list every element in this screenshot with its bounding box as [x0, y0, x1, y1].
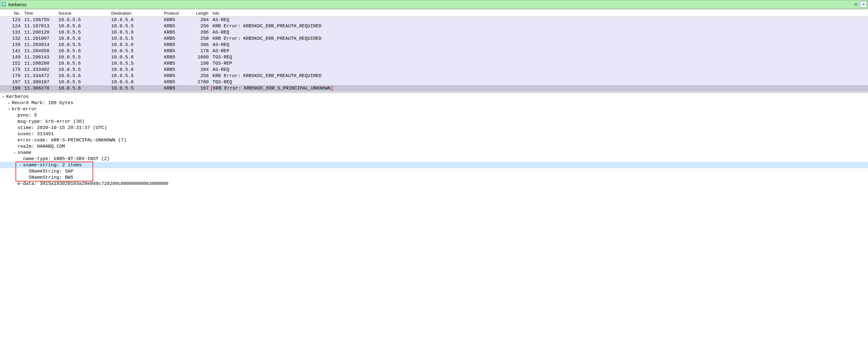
tree-node-realm[interactable]: realm: HANABQ.COM [0, 143, 868, 150]
cell-info: AS-REQ [211, 30, 868, 35]
cell-protocol: KRB5 [162, 67, 193, 72]
cell-destination: 10.0.5.6 [110, 30, 162, 35]
cell-protocol: KRB5 [162, 55, 193, 60]
cell-no: 139 [1, 42, 22, 48]
cell-destination: 10.0.5.6 [110, 55, 162, 60]
cell-source: 10.0.5.5 [57, 42, 110, 48]
tree-node-name-type[interactable]: name-type: kRB5-NT-SRV-INST (2) [0, 156, 868, 162]
highlight-box: KRB Error: KRB5KDC_ERR_S_PRINCIPAL_UNKNO… [211, 86, 333, 91]
cell-info: AS-REQ [211, 18, 868, 23]
tree-node-stime[interactable]: stime: 2020-10-15 20:31:37 (UTC) [0, 125, 868, 131]
packet-row[interactable]: 17511.33340210.0.5.510.0.5.6KRB5284AS-RE… [0, 66, 868, 73]
cell-no: 197 [1, 80, 22, 85]
cell-destination: 10.0.5.5 [110, 86, 162, 91]
cell-info: TGS-REQ [211, 55, 868, 60]
col-header-source[interactable]: Source [57, 11, 110, 16]
caret-icon[interactable] [7, 107, 11, 111]
cell-time: 11.200120 [22, 30, 57, 35]
cell-time: 11.208200 [22, 61, 57, 66]
packet-row[interactable]: 13211.20100710.0.5.610.0.5.5KRB5258KRB E… [0, 35, 868, 42]
tree-node-sname-string[interactable]: sname-string: 2 items [0, 162, 868, 168]
cell-protocol: KRB5 [162, 42, 193, 48]
cell-no: 132 [1, 36, 22, 41]
tree-node-msg-type[interactable]: msg-type: krb-error (30) [0, 118, 868, 125]
cell-protocol: KRB5 [162, 36, 193, 41]
packet-row[interactable]: 17611.33447210.0.5.610.0.5.5KRB5256KRB E… [0, 73, 868, 79]
packet-details-pane[interactable]: Kerberos Record Mark: 109 bytes krb-erro… [0, 93, 868, 189]
tree-label: sname-string: 2 items [23, 162, 82, 168]
col-header-protocol[interactable]: Protocol [162, 11, 193, 16]
tree-node-sname-string-item[interactable]: SNameString: SAP [0, 168, 868, 174]
packet-row[interactable]: 13111.20012010.0.5.510.0.5.6KRB5286AS-RE… [0, 29, 868, 35]
packet-row[interactable]: 12411.19781310.0.5.610.0.5.5KRB5256KRB E… [0, 23, 868, 29]
col-header-time[interactable]: Time [22, 11, 57, 16]
col-header-no[interactable]: No. [1, 11, 22, 16]
tree-node-error-code[interactable]: error-code: eRR-S-PRINCIPAL-UNKNOWN (7) [0, 137, 868, 143]
packet-row[interactable]: 19911.38627810.0.5.610.0.5.5KRB5167KRB E… [0, 85, 868, 91]
cell-info: AS-REQ [211, 42, 868, 48]
tree-node-krb-error[interactable]: krb-error [0, 106, 868, 112]
packet-row[interactable]: 14111.20495010.0.5.610.0.5.5KRB5178AS-RE… [0, 48, 868, 54]
cell-destination: 10.0.5.5 [110, 49, 162, 54]
cell-time: 11.386278 [22, 86, 57, 91]
caret-icon[interactable] [1, 95, 6, 99]
cell-time: 11.196755 [22, 18, 57, 23]
tree-node-kerberos[interactable]: Kerberos [0, 94, 868, 100]
cell-protocol: KRB5 [162, 61, 193, 66]
tree-node-pvno[interactable]: pvno: 5 [0, 112, 868, 118]
tree-node-sname[interactable]: sname [0, 150, 868, 156]
tree-label: error-code: eRR-S-PRINCIPAL-UNKNOWN (7) [18, 138, 126, 143]
packet-row[interactable]: 13911.20391410.0.5.510.0.5.6KRB5366AS-RE… [0, 42, 868, 48]
cell-destination: 10.0.5.5 [110, 36, 162, 41]
tree-label: sname [18, 150, 31, 155]
packet-row[interactable]: 19711.38018710.0.5.510.0.5.6KRB52780TGS-… [0, 79, 868, 85]
cell-length: 198 [193, 61, 211, 66]
packet-row[interactable]: 14911.20614310.0.5.510.0.5.6KRB51660TGS-… [0, 54, 868, 60]
cell-no: 149 [1, 55, 22, 60]
tree-label: SNameString: BW5 [29, 175, 73, 180]
tree-label: stime: 2020-10-15 20:31:37 (UTC) [18, 125, 107, 130]
tree-node-edata[interactable]: e-data: 3015a103020103a20e040c720200c000… [0, 181, 868, 187]
cell-info: AS-REQ [211, 67, 868, 72]
packet-list-header: No. Time Source Destination Protocol Len… [0, 10, 868, 17]
cell-length: 286 [193, 30, 211, 35]
cell-length: 178 [193, 49, 211, 54]
cell-length: 258 [193, 36, 211, 41]
bookmark-icon[interactable] [2, 2, 6, 7]
caret-icon[interactable] [7, 101, 11, 105]
packet-row[interactable]: 15211.20820010.0.5.610.0.5.5KRB5198TGS-R… [0, 60, 868, 66]
tree-label: e-data: 3015a103020103a20e040c720200c000… [18, 181, 168, 186]
cell-length: 284 [193, 18, 211, 23]
tree-label: krb-error [12, 106, 37, 112]
cell-length: 366 [193, 42, 211, 48]
cell-source: 10.0.5.5 [57, 55, 110, 60]
packet-row[interactable]: 12311.19675510.0.5.510.0.5.6KRB5284AS-RE… [0, 17, 868, 23]
tree-node-sname-string-item[interactable]: SNameString: BW5 [0, 174, 868, 181]
cell-length: 256 [193, 73, 211, 79]
cell-no: 152 [1, 61, 22, 66]
tree-label: pvno: 5 [18, 113, 37, 118]
tree-node-susec[interactable]: susec: 313461 [0, 131, 868, 137]
tree-node-record-mark[interactable]: Record Mark: 109 bytes [0, 100, 868, 106]
cell-destination: 10.0.5.6 [110, 67, 162, 72]
tree-label: name-type: kRB5-NT-SRV-INST (2) [23, 156, 110, 162]
cell-no: 131 [1, 30, 22, 35]
tree-label: msg-type: krb-error (30) [18, 119, 85, 124]
col-header-destination[interactable]: Destination [110, 11, 162, 16]
cell-time: 11.201007 [22, 36, 57, 41]
cell-protocol: KRB5 [162, 86, 193, 91]
cell-length: 167 [193, 86, 211, 91]
packet-list[interactable]: 12311.19675510.0.5.510.0.5.6KRB5284AS-RE… [0, 17, 868, 91]
display-filter-input[interactable] [8, 2, 851, 7]
tree-label: realm: HANABQ.COM [18, 144, 65, 149]
apply-filter-icon[interactable] [860, 1, 866, 7]
caret-icon[interactable] [12, 151, 17, 155]
cell-source: 10.0.5.5 [57, 30, 110, 35]
col-header-info[interactable]: Info [211, 11, 868, 16]
caret-icon[interactable] [18, 163, 22, 167]
cell-no: 175 [1, 67, 22, 72]
cell-length: 256 [193, 24, 211, 29]
cell-protocol: KRB5 [162, 30, 193, 35]
col-header-length[interactable]: Length [193, 11, 211, 16]
clear-filter-icon[interactable] [853, 1, 859, 7]
